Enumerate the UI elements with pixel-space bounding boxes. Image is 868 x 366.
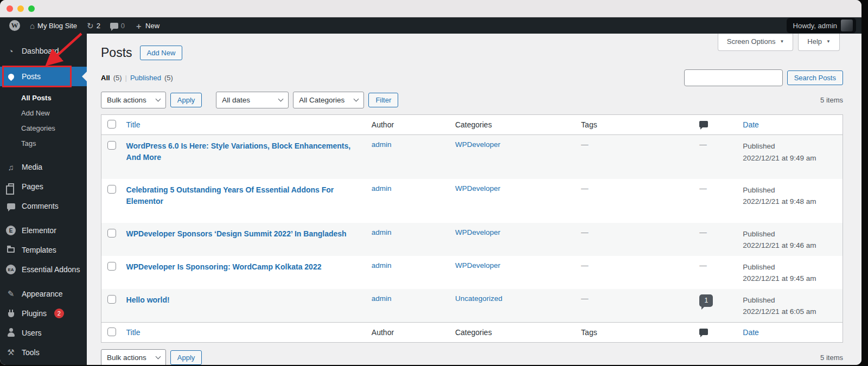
column-footer-comments[interactable]: [694, 323, 737, 343]
row-checkbox[interactable]: [107, 295, 116, 304]
browser-window: W ⌂ My Blog Site ↻ 2 0 ＋ New Howdy, admi…: [0, 0, 861, 365]
filter-button[interactable]: Filter: [368, 93, 398, 107]
sidebar-item-comments[interactable]: Comments: [0, 196, 87, 216]
author-link[interactable]: admin: [372, 228, 392, 236]
column-footer-author: Author: [366, 323, 450, 343]
avatar: [841, 20, 853, 31]
updates-count: 2: [97, 22, 100, 30]
table-row: WordPress 6.0 Is Here: Style Variations,…: [101, 135, 843, 179]
minimize-window-button[interactable]: [17, 5, 24, 12]
column-header-comments[interactable]: [694, 115, 737, 135]
column-header-date[interactable]: Date: [737, 115, 843, 135]
chevron-down-icon: [155, 97, 161, 102]
active-menu-notch: [82, 72, 87, 81]
post-status: Published: [743, 184, 837, 196]
select-all-checkbox[interactable]: [107, 120, 116, 129]
sidebar-item-essential-addons[interactable]: EA Essential Addons: [0, 260, 87, 279]
dates-filter-select[interactable]: All dates: [216, 92, 289, 108]
comments-menu[interactable]: 0: [105, 17, 130, 34]
sidebar-item-label: Essential Addons: [22, 265, 80, 274]
add-new-button[interactable]: Add New: [140, 46, 183, 60]
media-icon: ♫: [5, 163, 16, 172]
row-checkbox[interactable]: [107, 141, 116, 150]
new-content-menu[interactable]: ＋ New: [130, 17, 164, 34]
row-checkbox[interactable]: [107, 185, 116, 194]
sidebar-item-posts[interactable]: Posts: [0, 67, 87, 86]
comments-empty: —: [699, 184, 707, 192]
sidebar-item-label: Plugins: [22, 309, 47, 318]
table-footer-row: Title Author Categories Tags Date: [101, 323, 843, 343]
sidebar-item-label: Users: [22, 329, 42, 337]
author-link[interactable]: admin: [372, 261, 392, 269]
search-posts-button[interactable]: Search Posts: [787, 70, 843, 85]
view-all-link[interactable]: All: [101, 74, 110, 82]
sidebar-item-dashboard[interactable]: ◔ Dashboard: [0, 41, 87, 61]
sidebar-item-label: Posts: [22, 72, 41, 81]
apply-button-bottom[interactable]: Apply: [170, 350, 202, 365]
sidebar-item-tools[interactable]: ⚒ Tools: [0, 343, 87, 362]
category-link[interactable]: Uncategorized: [455, 294, 502, 303]
author-link[interactable]: admin: [372, 184, 392, 192]
site-name-menu[interactable]: ⌂ My Blog Site: [25, 17, 82, 34]
post-status: Published: [743, 294, 837, 306]
author-link[interactable]: admin: [372, 294, 392, 303]
new-label: New: [145, 22, 159, 30]
post-title-link[interactable]: Celebrating 5 Outstanding Years Of Essen…: [126, 184, 361, 207]
my-account-menu[interactable]: Howdy, admin: [787, 18, 856, 33]
comments-icon: [5, 203, 16, 209]
sidebar-item-media[interactable]: ♫ Media: [0, 157, 87, 177]
category-link[interactable]: WPDeveloper: [455, 228, 500, 236]
table-header-row: Title Author Categories Tags Date: [101, 115, 843, 135]
post-status-views: All (5) | Published (5): [101, 74, 173, 82]
column-header-author: Author: [366, 115, 450, 135]
items-count-top: 5 items: [820, 96, 843, 104]
row-checkbox[interactable]: [107, 262, 116, 271]
category-link[interactable]: WPDeveloper: [455, 261, 500, 269]
submenu-item-categories[interactable]: Categories: [0, 120, 87, 136]
bulk-actions-select[interactable]: Bulk actions: [101, 92, 166, 108]
sidebar-item-pages[interactable]: Pages: [0, 177, 87, 196]
post-title-link[interactable]: WPDeveloper Is Sponsoring: WordCamp Kolk…: [126, 261, 322, 273]
comment-count-bubble[interactable]: 1: [699, 294, 713, 307]
column-header-title[interactable]: Title: [121, 115, 366, 135]
column-footer-title[interactable]: Title: [121, 323, 366, 343]
category-link[interactable]: WPDeveloper: [455, 140, 500, 149]
sidebar-item-elementor[interactable]: E Elementor: [0, 221, 87, 240]
categories-filter-select[interactable]: All Categories: [293, 92, 364, 108]
submenu-item-add-new[interactable]: Add New: [0, 105, 87, 120]
post-status: Published: [743, 261, 837, 273]
wp-logo-menu[interactable]: W: [4, 17, 25, 34]
zoom-window-button[interactable]: [28, 5, 35, 12]
comments-bubble-icon: [110, 23, 118, 29]
row-checkbox[interactable]: [107, 229, 116, 237]
sidebar-item-templates[interactable]: Templates: [0, 240, 87, 260]
updates-icon: ↻: [87, 22, 94, 30]
submenu-item-all-posts[interactable]: All Posts: [0, 90, 87, 105]
sidebar-item-users[interactable]: Users: [0, 323, 87, 343]
table-row: WPDeveloper Sponsors ‘Design Summit 2022…: [101, 223, 843, 256]
screen-options-toggle[interactable]: Screen Options ▼: [718, 34, 794, 51]
page-title: Posts: [101, 46, 132, 60]
submenu-item-tags[interactable]: Tags: [0, 136, 87, 151]
post-title-link[interactable]: Hello world!: [126, 294, 170, 306]
sidebar-item-plugins[interactable]: Plugins 2: [0, 304, 87, 323]
author-link[interactable]: admin: [372, 140, 392, 149]
category-link[interactable]: WPDeveloper: [455, 184, 500, 192]
posts-submenu: All Posts Add New Categories Tags: [0, 86, 87, 157]
apply-button[interactable]: Apply: [170, 93, 202, 107]
help-toggle[interactable]: Help ▼: [798, 34, 840, 51]
column-footer-date[interactable]: Date: [737, 323, 843, 343]
close-window-button[interactable]: [7, 5, 13, 12]
view-published-link[interactable]: Published: [130, 74, 161, 82]
chevron-down-icon: [155, 354, 161, 359]
bulk-actions-select-bottom[interactable]: Bulk actions: [101, 349, 166, 365]
post-title-link[interactable]: WPDeveloper Sponsors ‘Design Summit 2022…: [126, 228, 347, 240]
column-header-categories: Categories: [450, 115, 576, 135]
select-all-checkbox[interactable]: [107, 328, 116, 336]
comments-empty: —: [699, 228, 707, 236]
search-input[interactable]: [684, 69, 783, 86]
sidebar-item-appearance[interactable]: ✎ Appearance: [0, 284, 87, 304]
updates-menu[interactable]: ↻ 2: [82, 17, 105, 34]
post-title-link[interactable]: WordPress 6.0 Is Here: Style Variations,…: [126, 140, 361, 163]
site-name-label: My Blog Site: [37, 22, 77, 30]
